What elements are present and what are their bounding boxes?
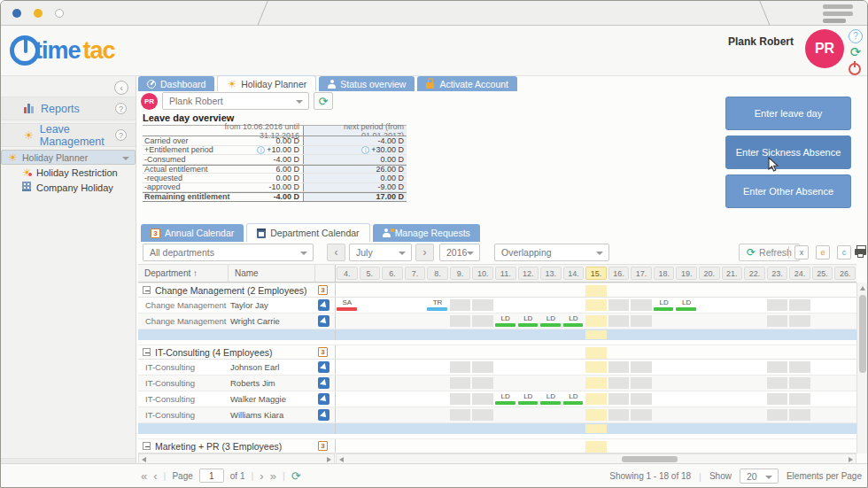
day-cell[interactable]	[608, 376, 631, 391]
group-calendar-icon[interactable]: 3	[318, 285, 328, 295]
print-icon[interactable]	[855, 245, 867, 259]
month-select[interactable]: July	[349, 244, 412, 261]
day-cell[interactable]	[721, 391, 744, 407]
day-cell[interactable]	[630, 360, 653, 375]
department-group-row[interactable]: Change Management (2 Employees)3	[138, 283, 856, 298]
day-cell[interactable]: LD	[653, 298, 676, 313]
day-cell[interactable]	[630, 391, 653, 407]
avatar[interactable]: PR	[805, 29, 844, 68]
day-cell[interactable]	[585, 376, 608, 391]
day-cell[interactable]	[381, 314, 404, 329]
day-cell[interactable]	[562, 407, 585, 422]
day-cell[interactable]	[721, 376, 744, 391]
sidebar-item-holiday-planner[interactable]: ☀ Holiday Planner	[1, 150, 136, 165]
day-cell[interactable]	[766, 298, 789, 313]
page-input[interactable]	[199, 469, 224, 483]
day-cell[interactable]	[721, 360, 744, 375]
day-cell[interactable]	[517, 407, 540, 422]
enter-other-absence-button[interactable]: Enter Other Absence	[725, 174, 851, 208]
day-cell[interactable]	[743, 360, 766, 375]
day-cell[interactable]	[788, 314, 811, 329]
day-cell[interactable]	[653, 314, 676, 329]
day-cell[interactable]	[653, 360, 676, 375]
day-cell[interactable]	[766, 360, 789, 375]
sidebar-item-leave-management[interactable]: ☀ Leave Management ?	[1, 123, 136, 147]
day-cell[interactable]	[494, 376, 517, 391]
help-icon[interactable]: ?	[115, 103, 127, 114]
sidebar-collapse-button[interactable]: ‹	[114, 81, 128, 95]
day-cell[interactable]	[811, 298, 834, 313]
day-cell[interactable]	[698, 298, 721, 313]
day-cell[interactable]	[539, 407, 562, 422]
day-cell[interactable]	[449, 391, 472, 407]
tab-dashboard[interactable]: Dashboard	[138, 76, 214, 91]
employee-calendar-icon[interactable]	[318, 361, 329, 373]
overlap-mode-select[interactable]: Overlapping	[494, 244, 609, 261]
day-cell[interactable]	[449, 360, 472, 375]
day-cell[interactable]	[359, 298, 382, 313]
window-maximize-button[interactable]	[55, 9, 64, 18]
tab-annual-calendar[interactable]: 3 Annual Calendar	[141, 224, 244, 242]
day-cell[interactable]	[381, 407, 404, 422]
day-cell[interactable]	[743, 376, 766, 391]
day-cell[interactable]	[788, 407, 811, 422]
last-page-button[interactable]: »	[270, 469, 276, 483]
day-cell[interactable]	[449, 407, 472, 422]
day-cell[interactable]: LD	[539, 391, 562, 407]
day-cell[interactable]	[698, 314, 721, 329]
year-select[interactable]: 2016	[439, 244, 480, 261]
window-close-button[interactable]	[12, 9, 21, 18]
page-size-select[interactable]: 20	[740, 469, 779, 484]
day-cell[interactable]	[811, 391, 834, 407]
day-cell[interactable]	[404, 376, 427, 391]
collapse-group-icon[interactable]	[143, 286, 151, 294]
day-cell[interactable]	[539, 298, 562, 313]
day-cell[interactable]	[404, 298, 427, 313]
day-cell[interactable]	[585, 360, 608, 375]
day-cell[interactable]	[608, 407, 631, 422]
csv-export-icon[interactable]: c	[837, 245, 851, 259]
next-month-button[interactable]: ›	[415, 244, 434, 261]
day-cell[interactable]	[471, 314, 494, 329]
day-cell[interactable]	[811, 314, 834, 329]
tab-holiday-planner[interactable]: ☀ Holiday Planner	[217, 75, 316, 91]
day-cell[interactable]	[381, 298, 404, 313]
sidebar-item-company-holiday[interactable]: Company Holiday	[1, 180, 136, 195]
day-cell[interactable]	[833, 407, 856, 422]
day-cell[interactable]	[426, 376, 449, 391]
day-cell[interactable]	[833, 376, 856, 391]
collapse-group-icon[interactable]	[143, 442, 151, 450]
day-cell[interactable]	[698, 376, 721, 391]
day-cell[interactable]: TR	[426, 298, 449, 313]
day-cell[interactable]	[381, 360, 404, 375]
day-cell[interactable]	[743, 391, 766, 407]
day-cell[interactable]	[471, 360, 494, 375]
day-cell[interactable]	[675, 376, 698, 391]
day-cell[interactable]	[630, 407, 653, 422]
day-cell[interactable]	[585, 314, 608, 329]
day-cell[interactable]: LD	[562, 314, 585, 329]
day-cell[interactable]	[833, 314, 856, 329]
first-page-button[interactable]: «	[141, 469, 147, 483]
day-cell[interactable]	[517, 360, 540, 375]
day-cell[interactable]	[359, 376, 382, 391]
excel-export-icon[interactable]: x	[794, 245, 809, 259]
day-cell[interactable]	[653, 376, 676, 391]
day-cell[interactable]	[494, 298, 517, 313]
name-column-header[interactable]: Name	[229, 265, 315, 282]
day-cell[interactable]	[471, 407, 494, 422]
day-cell[interactable]	[608, 360, 631, 375]
day-cell[interactable]	[743, 314, 766, 329]
day-cell[interactable]	[562, 298, 585, 313]
browser-menu-icon[interactable]	[823, 4, 853, 26]
day-cell[interactable]	[653, 391, 676, 407]
day-cell[interactable]	[788, 360, 811, 375]
day-cell[interactable]	[675, 360, 698, 375]
day-cell[interactable]: LD	[517, 314, 540, 329]
day-cell[interactable]	[426, 314, 449, 329]
tab-department-calendar[interactable]: Department Calendar	[246, 223, 369, 242]
day-cell[interactable]	[766, 376, 789, 391]
day-cell[interactable]	[426, 360, 449, 375]
enter-leave-day-button[interactable]: Enter leave day	[725, 97, 851, 130]
day-cell[interactable]	[743, 298, 766, 313]
